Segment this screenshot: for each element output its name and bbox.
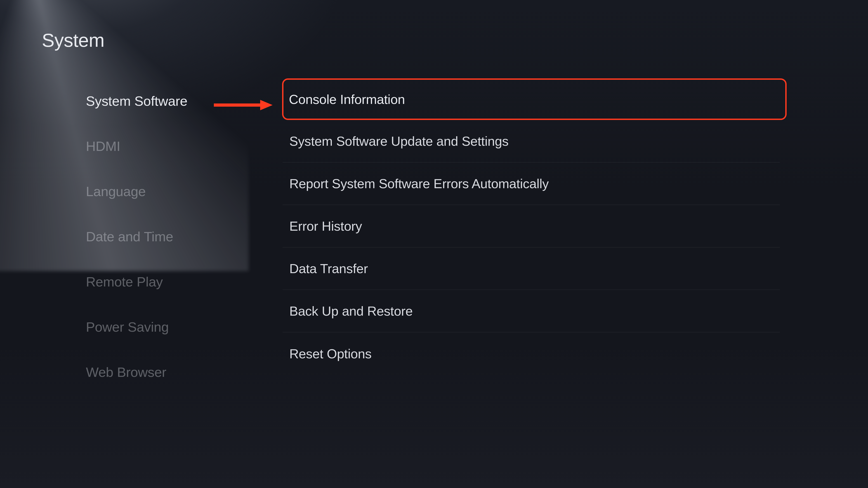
page-container: System System Software HDMI Language Dat… [0,0,868,488]
list-item-label: Report System Software Errors Automatica… [289,176,549,191]
sidebar-item-label: Language [86,184,146,199]
sidebar-item-system-software[interactable]: System Software [86,78,283,124]
sidebar-item-label: Web Browser [86,364,166,380]
list-item-console-information[interactable]: Console Information [282,78,786,120]
main-list: Console Information System Software Upda… [283,78,868,395]
list-item-label: System Software Update and Settings [289,133,508,149]
list-item-label: Error History [289,219,362,234]
sidebar-item-language[interactable]: Language [86,169,283,214]
sidebar-item-label: System Software [86,93,187,109]
list-item-label: Data Transfer [289,261,368,276]
sidebar-item-label: HDMI [86,138,120,154]
list-item-backup-restore[interactable]: Back Up and Restore [283,290,780,332]
page-title: System [42,29,868,51]
list-item-error-history[interactable]: Error History [283,205,780,248]
list-item-label: Console Information [289,92,405,107]
list-item-system-software-update[interactable]: System Software Update and Settings [283,120,780,162]
sidebar: System Software HDMI Language Date and T… [0,78,283,395]
sidebar-item-web-browser[interactable]: Web Browser [86,350,283,395]
sidebar-item-hdmi[interactable]: HDMI [86,124,283,169]
sidebar-item-label: Remote Play [86,274,163,290]
sidebar-item-date-time[interactable]: Date and Time [86,214,283,259]
sidebar-item-remote-play[interactable]: Remote Play [86,259,283,304]
content-area: System Software HDMI Language Date and T… [0,78,868,395]
list-item-report-errors[interactable]: Report System Software Errors Automatica… [283,162,780,205]
sidebar-item-power-saving[interactable]: Power Saving [86,304,283,350]
list-item-data-transfer[interactable]: Data Transfer [283,248,780,290]
sidebar-item-label: Power Saving [86,319,169,335]
list-item-label: Back Up and Restore [289,303,413,319]
sidebar-item-label: Date and Time [86,229,173,245]
list-item-label: Reset Options [289,346,372,361]
list-item-reset-options[interactable]: Reset Options [283,332,780,375]
